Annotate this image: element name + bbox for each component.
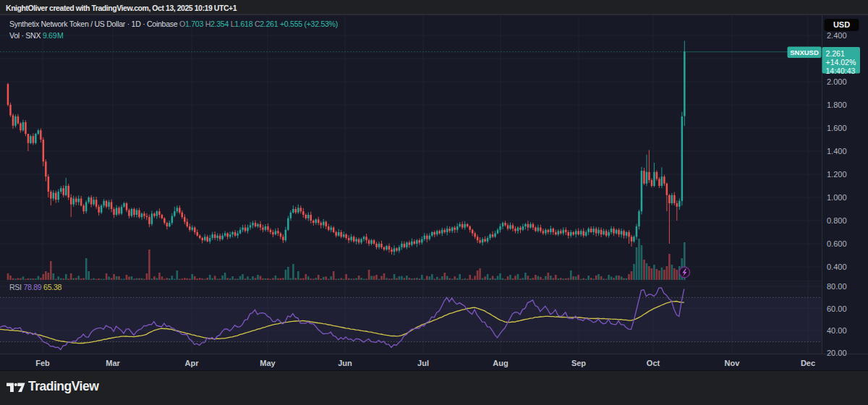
svg-text:14:40:43: 14:40:43	[826, 67, 856, 75]
svg-text:Oct: Oct	[647, 359, 660, 367]
svg-text:0.800: 0.800	[827, 216, 847, 225]
svg-text:Feb: Feb	[35, 359, 50, 367]
svg-text:2.000: 2.000	[827, 77, 847, 86]
svg-text:80.00: 80.00	[827, 282, 847, 291]
svg-text:60.00: 60.00	[827, 304, 847, 313]
svg-text:Aug: Aug	[493, 359, 508, 367]
svg-text:Apr: Apr	[185, 359, 200, 367]
svg-text:40.00: 40.00	[827, 326, 847, 335]
svg-text:0.600: 0.600	[827, 239, 847, 248]
svg-text:1.600: 1.600	[827, 124, 847, 132]
svg-text:2.261: 2.261	[826, 49, 845, 58]
svg-text:SNXUSD: SNXUSD	[790, 48, 819, 56]
svg-text:1.200: 1.200	[827, 170, 847, 179]
svg-text:Jul: Jul	[417, 359, 429, 367]
svg-text:Nov: Nov	[725, 359, 741, 367]
svg-text:Jun: Jun	[338, 359, 352, 367]
svg-text:2.400: 2.400	[827, 31, 847, 40]
svg-text:0.400: 0.400	[827, 263, 847, 271]
svg-text:20.00: 20.00	[827, 349, 847, 357]
svg-text:Synthetix Network Token / US D: Synthetix Network Token / US Dollar · 1D…	[9, 20, 338, 28]
svg-text:May: May	[260, 359, 276, 367]
svg-text:TradingView: TradingView	[28, 379, 99, 393]
svg-text:Dec: Dec	[801, 359, 815, 367]
svg-text:1.000: 1.000	[827, 193, 847, 202]
svg-text:+14.02%: +14.02%	[826, 58, 856, 67]
svg-text:USD: USD	[833, 20, 850, 29]
svg-text:1.400: 1.400	[827, 147, 847, 155]
svg-text:Sep: Sep	[571, 359, 586, 367]
svg-text:1.800: 1.800	[827, 101, 847, 109]
svg-text:RSI 78.89 65.38: RSI 78.89 65.38	[9, 283, 61, 291]
svg-text:Vol · SNX 9.69 M: Vol · SNX 9.69 M	[9, 31, 63, 40]
svg-text:Mar: Mar	[106, 359, 120, 367]
